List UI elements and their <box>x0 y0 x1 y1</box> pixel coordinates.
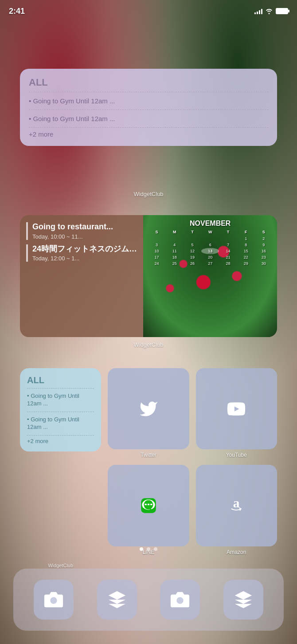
svg-point-7 <box>51 597 57 604</box>
amazon-icon: a <box>196 465 277 546</box>
event-2: 24時間フィットネスのジム… Today, 12:00 ~ 1... <box>26 244 137 262</box>
dock-camera-icon-2[interactable] <box>160 580 200 620</box>
status-bar: 2:41 <box>0 0 297 22</box>
widget-blue-all[interactable]: ALL • Going to Gym Until 12am ... • Goin… <box>20 368 101 452</box>
event-2-time: Today, 12:00 ~ 1... <box>32 255 137 262</box>
widgetclub-label-blue: WidgetClub <box>20 562 101 568</box>
svg-rect-3 <box>145 504 147 505</box>
widget-brown-calendar-view: NOVEMBER S M T W T F S 1 2 3 4 5 <box>143 215 277 337</box>
line-svg <box>139 496 158 515</box>
dock-appstore-icon-1[interactable] <box>97 580 137 620</box>
widget-blue-item-2: • Going to Gym Until 12am ... <box>27 414 94 433</box>
app-grid: ALL • Going to Gym Until 12am ... • Goin… <box>20 368 277 568</box>
widget-purple-all-label: ALL <box>29 77 268 88</box>
event-1: Going to restaurant... Today, 10:00 ~ 11… <box>26 222 137 240</box>
dock <box>13 569 284 631</box>
widget-purple-item-2: • Going to Gym Until 12am ... <box>29 113 268 125</box>
calendar-overlay: NOVEMBER S M T W T F S 1 2 3 4 5 <box>143 215 277 337</box>
dock-camera-icon-1[interactable] <box>34 580 74 620</box>
widget-blue-item-1: • Going to Gym Until 12am ... <box>27 391 94 409</box>
camera-svg-2 <box>170 589 190 610</box>
youtube-label: YouTube <box>226 452 247 458</box>
widget-purple-more: +2 more <box>29 130 268 138</box>
cal-days-header: S M T W T F S <box>148 230 273 234</box>
cal-month: NOVEMBER <box>148 220 273 228</box>
blue-divider-3 <box>27 435 94 436</box>
battery-icon <box>276 8 288 14</box>
svg-rect-4 <box>148 504 149 505</box>
amazon-svg: a <box>227 496 246 515</box>
page-dot-2 <box>147 547 150 551</box>
appstore-svg-2 <box>233 589 254 610</box>
page-dots <box>0 547 297 551</box>
appstore-svg-1 <box>107 589 127 610</box>
blue-divider-2 <box>27 412 94 412</box>
widget-purple-all[interactable]: ALL • Going to Gym Until 12am ... • Goin… <box>20 69 277 146</box>
twitter-app-icon[interactable]: Twitter <box>108 368 189 458</box>
cal-grid: 1 2 3 4 5 6 7 8 9 10 11 12 13 14 15 16 1… <box>148 236 273 267</box>
widgetclub-label-2: WidgetClub <box>0 342 297 348</box>
widget-blue-more: +2 more <box>27 438 94 444</box>
event-1-title: Going to restaurant... <box>32 222 137 232</box>
svg-text:a: a <box>233 496 240 510</box>
line-app-icon[interactable]: LINE <box>108 465 189 555</box>
svg-rect-5 <box>150 504 152 505</box>
widget-brown-events: Going to restaurant... Today, 10:00 ~ 11… <box>20 215 143 337</box>
svg-point-8 <box>177 597 184 604</box>
youtube-app-icon[interactable]: YouTube <box>196 368 277 458</box>
twitter-bird-svg <box>139 399 158 419</box>
widget-brown-calendar[interactable]: Going to restaurant... Today, 10:00 ~ 11… <box>20 215 277 337</box>
divider-3 <box>29 127 268 128</box>
signal-icon <box>254 8 262 14</box>
widgetclub-label-1: WidgetClub <box>0 191 297 197</box>
status-icons <box>254 8 288 14</box>
event-1-time: Today, 10:00 ~ 11... <box>32 233 137 240</box>
widget-blue-all-label: ALL <box>27 375 94 385</box>
divider-1 <box>29 92 268 92</box>
status-time: 2:41 <box>9 7 25 16</box>
blue-divider-1 <box>27 388 94 389</box>
divider-2 <box>29 110 268 110</box>
event-2-title: 24時間フィットネスのジム… <box>32 244 137 254</box>
amazon-app-icon[interactable]: a Amazon <box>196 465 277 555</box>
dock-appstore-icon-2[interactable] <box>223 580 263 620</box>
youtube-icon <box>196 368 277 449</box>
twitter-label: Twitter <box>141 452 156 458</box>
widget-purple-item-1: • Going to Gym Until 12am ... <box>29 95 268 107</box>
page-dot-1 <box>140 547 143 551</box>
wifi-icon <box>265 8 273 14</box>
youtube-svg <box>227 399 246 419</box>
twitter-icon <box>108 368 189 449</box>
camera-svg-1 <box>43 589 64 610</box>
page-dot-3 <box>154 547 157 551</box>
line-icon <box>108 465 189 546</box>
